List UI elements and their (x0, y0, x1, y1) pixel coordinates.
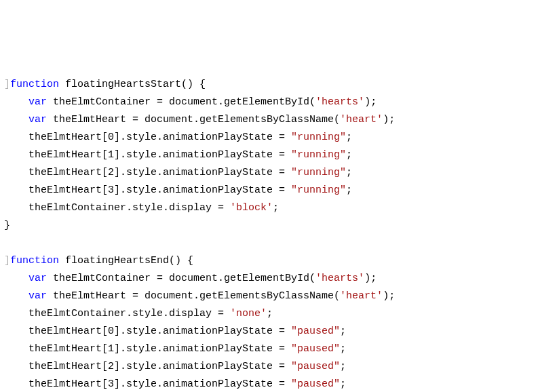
code-token: theElmtHeart[3].style.animationPlayState… (4, 378, 291, 390)
code-line[interactable]: theElmtContainer.style.display = 'none'; (4, 305, 534, 323)
code-token: "paused" (291, 343, 340, 355)
code-token: "paused" (291, 378, 340, 390)
code-token: function (10, 79, 65, 90)
code-token: theElmtHeart[0].style.animationPlayState… (4, 132, 291, 143)
code-line[interactable]: ]function floatingHeartsEnd() { (4, 252, 534, 270)
code-line[interactable]: var theElmtHeart = document.getElementsB… (4, 111, 534, 129)
code-token: theElmtHeart[3].style.animationPlayState… (4, 184, 291, 196)
code-line[interactable] (4, 235, 534, 252)
code-line[interactable]: theElmtContainer.style.display = 'block'… (4, 199, 534, 217)
code-token (4, 96, 28, 108)
code-line[interactable]: var theElmtHeart = document.getElementsB… (4, 288, 534, 305)
code-token: "paused" (291, 326, 340, 337)
code-token: function (10, 255, 65, 267)
code-token: 'hearts' (315, 273, 364, 284)
code-token: ; (340, 343, 346, 355)
code-line[interactable]: var theElmtContainer = document.getEleme… (4, 270, 534, 288)
code-token: ); (364, 273, 377, 284)
code-token: ; (346, 132, 352, 143)
code-editor[interactable]: ]function floatingHeartsStart() { var th… (4, 76, 534, 392)
code-token: ); (383, 290, 395, 302)
code-token: theElmtHeart[2].style.animationPlayState… (4, 167, 291, 178)
code-token: theElmtHeart = document.getElementsByCla… (53, 114, 340, 125)
code-token: 'heart' (340, 114, 383, 125)
code-token: theElmtHeart[1].style.animationPlayState… (4, 343, 291, 355)
code-token: var (28, 273, 53, 284)
code-token: ); (364, 96, 377, 108)
code-token: 'none' (230, 308, 267, 319)
code-token: ; (346, 167, 352, 178)
code-token: floatingHeartsStart() { (65, 79, 206, 90)
code-token: "paused" (291, 361, 340, 372)
code-token: ); (383, 114, 395, 125)
code-token: ; (346, 149, 352, 161)
code-token: theElmtHeart[1].style.animationPlayState… (4, 149, 291, 161)
code-token (4, 273, 28, 284)
code-token: ; (340, 326, 346, 337)
code-token: ; (340, 378, 346, 390)
code-line[interactable]: theElmtHeart[2].style.animationPlayState… (4, 358, 534, 376)
code-token: ; (267, 308, 273, 319)
code-line[interactable]: theElmtHeart[2].style.animationPlayState… (4, 164, 534, 182)
code-token: floatingHeartsEnd() { (65, 255, 193, 267)
code-line[interactable]: theElmtHeart[1].style.animationPlayState… (4, 146, 534, 164)
code-line[interactable]: ]function floatingHeartsStart() { (4, 76, 534, 94)
code-line[interactable]: theElmtHeart[1].style.animationPlayState… (4, 340, 534, 358)
code-token: var (28, 290, 53, 302)
code-line[interactable]: theElmtHeart[0].style.animationPlayState… (4, 129, 534, 146)
code-token: 'heart' (340, 290, 383, 302)
code-token: 'block' (230, 202, 273, 214)
code-token: "running" (291, 149, 346, 161)
code-token (4, 114, 28, 125)
code-token: ; (273, 202, 279, 214)
code-token: } (4, 220, 10, 231)
code-line[interactable]: theElmtHeart[3].style.animationPlayState… (4, 376, 534, 392)
code-token: theElmtContainer = document.getElementBy… (53, 273, 315, 284)
code-token: "running" (291, 184, 346, 196)
code-token (4, 290, 28, 302)
code-token: ; (346, 184, 352, 196)
code-line[interactable]: theElmtHeart[0].style.animationPlayState… (4, 323, 534, 340)
code-line[interactable]: theElmtHeart[3].style.animationPlayState… (4, 182, 534, 199)
code-line[interactable]: var theElmtContainer = document.getEleme… (4, 94, 534, 111)
code-token: theElmtHeart[2].style.animationPlayState… (4, 361, 291, 372)
code-token: theElmtContainer.style.display = (4, 202, 230, 214)
code-token: theElmtHeart = document.getElementsByCla… (53, 290, 340, 302)
code-line[interactable]: } (4, 217, 534, 235)
code-token: theElmtContainer.style.display = (4, 308, 230, 319)
code-token: "running" (291, 167, 346, 178)
code-token: theElmtContainer = document.getElementBy… (53, 96, 315, 108)
code-token: 'hearts' (315, 96, 364, 108)
code-token: var (28, 96, 53, 108)
code-token: var (28, 114, 53, 125)
code-token: ] (4, 255, 10, 267)
code-token: "running" (291, 132, 346, 143)
code-token: ] (4, 79, 10, 90)
code-token: ; (340, 361, 346, 372)
code-token: theElmtHeart[0].style.animationPlayState… (4, 326, 291, 337)
